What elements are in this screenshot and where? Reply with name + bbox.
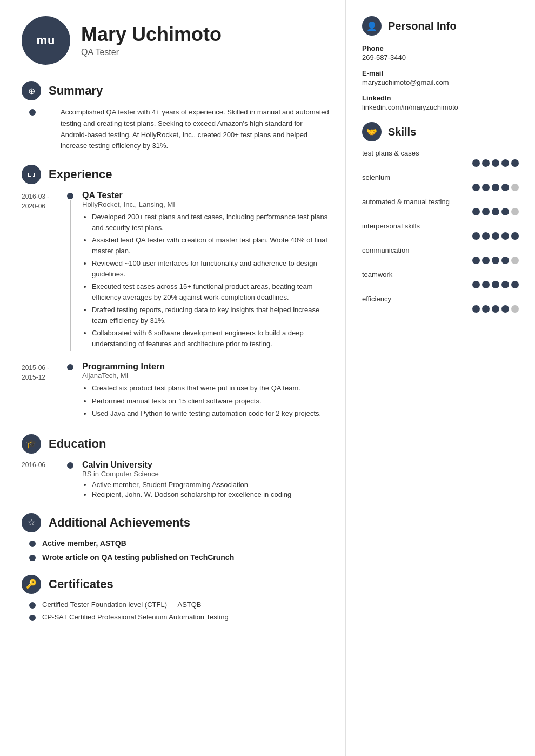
skills-list: test plans & casesseleniumautomated & ma…: [362, 149, 519, 313]
skill-name: automated & manual testing: [362, 198, 519, 206]
job-content: Programming InternAljanaTech, MICreated …: [76, 362, 329, 421]
skill-dot-filled: [501, 305, 509, 313]
achievement-dot: [29, 555, 36, 561]
personal-info-section: 👤 Personal Info Phone269-587-3440E-mailm…: [362, 16, 519, 111]
cert-dot: [29, 602, 36, 609]
edu-content: Calvin UniversityBS in Computer ScienceA…: [76, 460, 329, 500]
achievement-item: Active member, ASTQB: [22, 539, 329, 548]
certificates-icon: 🔑: [22, 575, 41, 594]
field-value: linkedin.com/in/maryzuchimoto: [362, 103, 519, 111]
edu-bullets: Active member, Student Programming Assoc…: [82, 481, 329, 498]
candidate-name: Mary Uchimoto: [81, 24, 222, 45]
personal-info-field: LinkedInlinkedin.com/in/maryzuchimoto: [362, 94, 519, 111]
skill-dots: [362, 208, 519, 215]
skill-name: test plans & cases: [362, 149, 519, 157]
skill-dot-filled: [511, 281, 519, 288]
skill-dots: [362, 281, 519, 288]
edu-school: Calvin University: [82, 460, 329, 470]
skill-dot-filled: [482, 184, 490, 191]
list-item: Active member, Student Programming Assoc…: [92, 481, 329, 489]
skill-dot-filled: [492, 256, 499, 264]
skill-name: interpersonal skills: [362, 222, 519, 230]
skill-dot-filled: [482, 281, 490, 288]
field-value: maryzuchimoto@gmail.com: [362, 78, 519, 86]
right-column: 👤 Personal Info Phone269-587-3440E-mailm…: [346, 0, 535, 756]
achievements-title: Additional Achievements: [49, 516, 190, 530]
skill-dot-filled: [482, 159, 490, 167]
skill-dots: [362, 256, 519, 264]
skill-dot-filled: [501, 184, 509, 191]
skill-dot-filled: [501, 232, 509, 240]
list-item: Reviewed ~100 user interfaces for functi…: [92, 258, 329, 279]
edu-degree: BS in Computer Science: [82, 470, 329, 478]
skill-dot-filled: [472, 232, 480, 240]
skill-dot-empty: [511, 184, 519, 191]
achievement-text: Wrote article on QA testing published on…: [42, 553, 234, 562]
edu-dot-col: [65, 460, 76, 500]
experience-title: Experience: [49, 167, 112, 181]
education-timeline: 2016-06Calvin UniversityBS in Computer S…: [22, 460, 329, 500]
achievements-section: ☆ Additional Achievements Active member,…: [22, 513, 329, 562]
field-label: LinkedIn: [362, 94, 519, 102]
job-bullets: Developed 200+ test plans and test cases…: [82, 212, 329, 349]
personal-info-icon: 👤: [362, 16, 382, 36]
personal-info-title: Personal Info: [388, 20, 457, 32]
skill-item: teamwork: [362, 271, 519, 288]
timeline-dot: [67, 364, 73, 370]
achievements-list: Active member, ASTQBWrote article on QA …: [22, 539, 329, 562]
skill-item: interpersonal skills: [362, 222, 519, 240]
skill-dot-filled: [482, 208, 490, 215]
certificates-list: Certified Tester Foundation level (CTFL)…: [22, 600, 329, 621]
skill-dot-filled: [492, 232, 499, 240]
edu-dot: [67, 462, 73, 469]
skill-dots: [362, 305, 519, 313]
experience-icon: 🗂: [22, 165, 41, 184]
experience-header: 🗂 Experience: [22, 165, 329, 184]
skill-dot-filled: [511, 159, 519, 167]
skill-dot-filled: [492, 184, 499, 191]
experience-timeline: 2016-03 - 2020-06QA TesterHollyRocket, I…: [22, 191, 329, 421]
skill-dot-filled: [501, 159, 509, 167]
list-item: Drafted testing reports, reducing data t…: [92, 305, 329, 326]
timeline-dot: [67, 193, 73, 199]
avatar: mu: [22, 16, 70, 65]
education-section: 🎓 Education 2016-06Calvin UniversityBS i…: [22, 434, 329, 500]
skill-dots: [362, 232, 519, 240]
cert-text: Certified Tester Foundation level (CTFL)…: [42, 600, 202, 609]
skill-dot-empty: [511, 305, 519, 313]
list-item: Created six product test plans that were…: [92, 383, 329, 394]
achievement-dot: [29, 541, 36, 547]
skill-dot-filled: [472, 305, 480, 313]
skill-name: efficiency: [362, 295, 519, 303]
certificates-section: 🔑 Certificates Certified Tester Foundati…: [22, 575, 329, 621]
experience-date: 2016-03 - 2020-06: [22, 191, 65, 351]
achievements-icon: ☆: [22, 513, 41, 532]
list-item: Collaborated with 6 software development…: [92, 328, 329, 349]
job-bullets: Created six product test plans that were…: [82, 383, 329, 419]
education-icon: 🎓: [22, 434, 41, 454]
cert-dot: [29, 615, 36, 621]
skill-item: test plans & cases: [362, 149, 519, 167]
skill-item: efficiency: [362, 295, 519, 313]
education-header: 🎓 Education: [22, 434, 329, 454]
skill-item: selenium: [362, 173, 519, 191]
skill-dot-filled: [501, 208, 509, 215]
summary-title: Summary: [49, 84, 103, 98]
summary-icon: ⊕: [22, 81, 41, 100]
cert-item: CP-SAT Certified Professional Selenium A…: [22, 613, 329, 621]
skill-dot-filled: [492, 305, 499, 313]
job-company: HollyRocket, Inc., Lansing, MI: [82, 200, 329, 208]
experience-section: 🗂 Experience 2016-03 - 2020-06QA TesterH…: [22, 165, 329, 421]
skill-item: communication: [362, 246, 519, 264]
skill-dot-filled: [482, 256, 490, 264]
skills-section: 🤝 Skills test plans & casesseleniumautom…: [362, 122, 519, 313]
skill-name: teamwork: [362, 271, 519, 279]
summary-dot: [29, 109, 36, 116]
skill-dot-filled: [472, 184, 480, 191]
timeline-dot-col: [65, 362, 76, 421]
skill-name: communication: [362, 246, 519, 254]
achievement-item: Wrote article on QA testing published on…: [22, 553, 329, 562]
experience-item: 2015-06 - 2015-12Programming InternAljan…: [22, 362, 329, 421]
skill-dot-filled: [492, 208, 499, 215]
summary-body: Accomplished QA tester with 4+ years of …: [22, 107, 329, 152]
